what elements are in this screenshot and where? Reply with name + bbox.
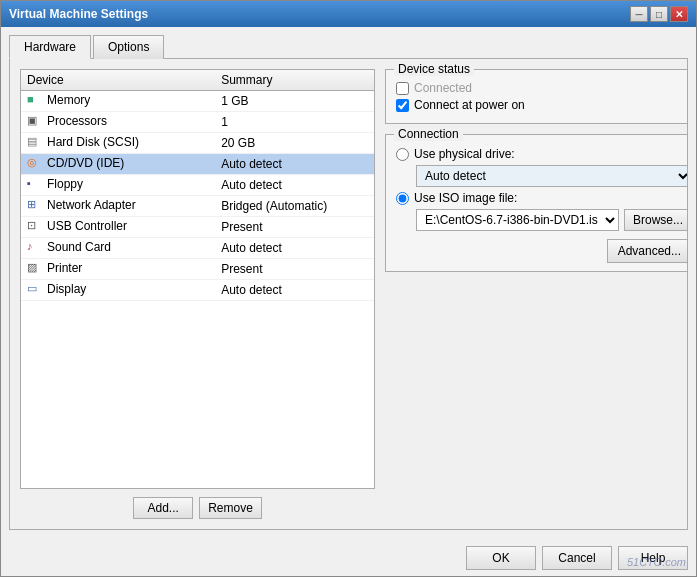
- window-body: Hardware Options Device Summary: [1, 27, 696, 538]
- use-iso-row: Use ISO image file:: [396, 191, 688, 205]
- title-controls: ─ □ ✕: [630, 6, 688, 22]
- summary-cell: 1: [215, 112, 374, 133]
- window-title: Virtual Machine Settings: [9, 7, 148, 21]
- summary-cell: Bridged (Automatic): [215, 196, 374, 217]
- connect-power-checkbox[interactable]: [396, 99, 409, 112]
- advanced-button[interactable]: Advanced...: [607, 239, 688, 263]
- device-icon: ▪: [27, 177, 43, 193]
- summary-cell: Present: [215, 217, 374, 238]
- summary-cell: 20 GB: [215, 133, 374, 154]
- use-iso-radio[interactable]: [396, 192, 409, 205]
- device-cell: ♪Sound Card: [21, 238, 215, 259]
- column-summary: Summary: [215, 70, 374, 91]
- device-cell: ⊞Network Adapter: [21, 196, 215, 217]
- settings-panel: Device status Connected Connect at power…: [385, 69, 688, 519]
- iso-path-row: E:\CentOS-6.7-i386-bin-DVD1.is Browse...: [416, 209, 688, 231]
- table-row[interactable]: ♪Sound CardAuto detect: [21, 238, 374, 259]
- summary-cell: Auto detect: [215, 280, 374, 301]
- summary-cell: Auto detect: [215, 238, 374, 259]
- table-row[interactable]: ⊡USB ControllerPresent: [21, 217, 374, 238]
- table-row[interactable]: ▨PrinterPresent: [21, 259, 374, 280]
- advanced-row: Advanced...: [396, 239, 688, 263]
- device-cell: ■Memory: [21, 91, 215, 112]
- device-cell: ▪Floppy: [21, 175, 215, 196]
- device-cell: ▤Hard Disk (SCSI): [21, 133, 215, 154]
- table-row[interactable]: ▤Hard Disk (SCSI)20 GB: [21, 133, 374, 154]
- summary-cell: 1 GB: [215, 91, 374, 112]
- dialog-buttons: OK Cancel Help 51CTO.com: [1, 538, 696, 576]
- connection-title: Connection: [394, 127, 463, 141]
- title-bar: Virtual Machine Settings ─ □ ✕: [1, 1, 696, 27]
- device-status-title: Device status: [394, 62, 474, 76]
- close-button[interactable]: ✕: [670, 6, 688, 22]
- device-icon: ♪: [27, 240, 43, 256]
- device-icon: ▭: [27, 282, 43, 298]
- table-row[interactable]: ▪FloppyAuto detect: [21, 175, 374, 196]
- summary-cell: Auto detect: [215, 154, 374, 175]
- ok-button[interactable]: OK: [466, 546, 536, 570]
- table-row[interactable]: ▭DisplayAuto detect: [21, 280, 374, 301]
- maximize-button[interactable]: □: [650, 6, 668, 22]
- table-row[interactable]: ■Memory1 GB: [21, 91, 374, 112]
- physical-drive-select[interactable]: Auto detect: [416, 165, 688, 187]
- device-cell: ◎CD/DVD (IDE): [21, 154, 215, 175]
- browse-button[interactable]: Browse...: [624, 209, 688, 231]
- device-cell: ▭Display: [21, 280, 215, 301]
- device-icon: ▣: [27, 114, 43, 130]
- device-icon: ⊞: [27, 198, 43, 214]
- table-row[interactable]: ◎CD/DVD (IDE)Auto detect: [21, 154, 374, 175]
- device-cell: ▣Processors: [21, 112, 215, 133]
- table-row[interactable]: ▣Processors1: [21, 112, 374, 133]
- table-row[interactable]: ⊞Network AdapterBridged (Automatic): [21, 196, 374, 217]
- device-table: Device Summary ■Memory1 GB▣Processors1▤H…: [20, 69, 375, 489]
- connected-row: Connected: [396, 81, 688, 95]
- device-icon: ◎: [27, 156, 43, 172]
- tab-options[interactable]: Options: [93, 35, 164, 59]
- use-physical-label: Use physical drive:: [414, 147, 515, 161]
- tab-hardware[interactable]: Hardware: [9, 35, 91, 59]
- add-button[interactable]: Add...: [133, 497, 193, 519]
- connect-power-row: Connect at power on: [396, 98, 688, 112]
- use-iso-label: Use ISO image file:: [414, 191, 517, 205]
- watermark: 51CTO.com: [627, 556, 686, 568]
- use-physical-row: Use physical drive:: [396, 147, 688, 161]
- connection-group: Connection Use physical drive: Auto dete…: [385, 134, 688, 272]
- tab-bar: Hardware Options: [9, 35, 688, 59]
- iso-path-select[interactable]: E:\CentOS-6.7-i386-bin-DVD1.is: [416, 209, 619, 231]
- device-cell: ▨Printer: [21, 259, 215, 280]
- column-device: Device: [21, 70, 215, 91]
- summary-cell: Auto detect: [215, 175, 374, 196]
- connected-checkbox[interactable]: [396, 82, 409, 95]
- auto-detect-row: Auto detect: [416, 165, 688, 187]
- cancel-button[interactable]: Cancel: [542, 546, 612, 570]
- device-panel: Device Summary ■Memory1 GB▣Processors1▤H…: [20, 69, 375, 519]
- device-cell: ⊡USB Controller: [21, 217, 215, 238]
- device-icon: ⊡: [27, 219, 43, 235]
- device-status-group: Device status Connected Connect at power…: [385, 69, 688, 124]
- minimize-button[interactable]: ─: [630, 6, 648, 22]
- connect-power-label: Connect at power on: [414, 98, 525, 112]
- virtual-machine-settings-window: Virtual Machine Settings ─ □ ✕ Hardware …: [0, 0, 697, 577]
- connected-label: Connected: [414, 81, 472, 95]
- device-icon: ■: [27, 93, 43, 109]
- device-buttons: Add... Remove: [20, 497, 375, 519]
- main-content: Device Summary ■Memory1 GB▣Processors1▤H…: [9, 58, 688, 530]
- use-physical-radio[interactable]: [396, 148, 409, 161]
- remove-button[interactable]: Remove: [199, 497, 262, 519]
- summary-cell: Present: [215, 259, 374, 280]
- device-icon: ▨: [27, 261, 43, 277]
- device-icon: ▤: [27, 135, 43, 151]
